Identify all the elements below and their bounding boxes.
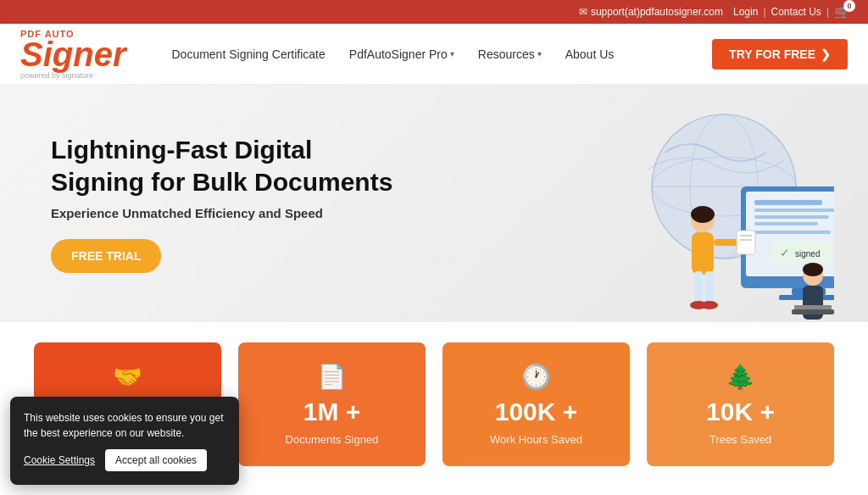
logo-area: PDF AUTO Signer powered by signature — [20, 29, 125, 80]
top-bar: ✉ support(at)pdfautosigner.com Login | C… — [0, 0, 868, 24]
svg-rect-31 — [794, 305, 832, 309]
svg-rect-10 — [754, 222, 818, 225]
chevron-down-icon-2: ▾ — [537, 49, 542, 58]
chevron-down-icon: ▾ — [450, 49, 454, 58]
svg-point-26 — [701, 301, 718, 309]
svg-rect-8 — [754, 209, 834, 212]
svg-text:✓: ✓ — [780, 246, 790, 259]
free-trial-button[interactable]: FREE TRIAL — [51, 239, 161, 273]
svg-rect-30 — [792, 309, 834, 314]
nav-link-about-us[interactable]: About Us — [554, 41, 626, 68]
hero-illustration: ✓ signed — [478, 102, 834, 322]
svg-point-27 — [691, 206, 715, 223]
svg-rect-20 — [705, 271, 714, 305]
stat-card-trees: 🌲 10K + Trees Saved — [647, 342, 834, 466]
logo-signer-text: Signer — [20, 39, 125, 70]
svg-rect-9 — [754, 215, 829, 219]
svg-rect-22 — [737, 231, 755, 254]
cookie-actions: Cookie Settings Accept all cookies — [24, 449, 225, 471]
svg-rect-7 — [754, 200, 822, 205]
accept-all-cookies-button[interactable]: Accept all cookies — [105, 449, 207, 471]
svg-rect-11 — [754, 231, 831, 234]
cookie-settings-link[interactable]: Cookie Settings — [24, 454, 95, 466]
stat-label-documents: Documents Signed — [286, 433, 379, 446]
try-for-free-button[interactable]: TRY FOR FREE ❯ — [712, 39, 848, 70]
hero-title: Lightning-Fast Digital Signing for Bulk … — [51, 134, 407, 197]
stat-card-hours: 🕐 100K + Work Hours Saved — [442, 342, 630, 466]
email-icon: ✉ — [579, 6, 587, 18]
svg-rect-18 — [692, 232, 714, 275]
svg-rect-19 — [694, 271, 703, 305]
contact-link[interactable]: Contact Us — [771, 6, 821, 18]
stat-label-trees: Trees Saved — [709, 433, 771, 446]
svg-rect-21 — [714, 239, 739, 246]
hero-section: Lightning-Fast Digital Signing for Bulk … — [0, 85, 868, 322]
nav-links: Document Signing Certificate PdfAutoSign… — [159, 41, 712, 68]
stat-card-documents: 📄 1M + Documents Signed — [238, 342, 426, 466]
tree-icon: 🌲 — [726, 363, 755, 391]
svg-text:signed: signed — [795, 249, 820, 259]
nav-link-pdfautosigner-pro[interactable]: PdfAutoSigner Pro ▾ — [337, 41, 466, 68]
hero-subtitle: Experience Unmatched Efficiency and Spee… — [51, 206, 407, 220]
navbar: PDF AUTO Signer powered by signature Doc… — [0, 24, 868, 85]
stat-number-documents: 1M + — [303, 398, 361, 426]
document-icon: 📄 — [317, 363, 347, 391]
top-bar-links: Login | Contact Us | 🛒 0 — [733, 4, 851, 20]
handshake-icon: 🤝 — [113, 363, 142, 391]
cookie-message: This website uses cookies to ensure you … — [24, 410, 225, 441]
clock-icon: 🕐 — [521, 363, 551, 391]
login-link[interactable]: Login — [733, 6, 758, 18]
hero-content: Lightning-Fast Digital Signing for Bulk … — [51, 134, 407, 273]
stat-label-hours: Work Hours Saved — [490, 433, 582, 446]
arrow-icon: ❯ — [821, 47, 831, 61]
cookie-banner: This website uses cookies to ensure you … — [10, 397, 239, 485]
svg-point-32 — [803, 263, 823, 276]
cart-badge: 0 — [843, 0, 855, 12]
logo[interactable]: PDF AUTO Signer powered by signature — [20, 29, 125, 80]
stat-number-trees: 10K + — [706, 398, 775, 426]
logo-powered: powered by signature — [20, 71, 93, 80]
stat-number-hours: 100K + — [495, 398, 578, 426]
nav-link-document-signing[interactable]: Document Signing Certificate — [159, 41, 337, 68]
top-bar-email: ✉ support(at)pdfautosigner.com — [579, 6, 723, 18]
nav-link-resources[interactable]: Resources ▾ — [466, 41, 554, 68]
cart-icon-wrap[interactable]: 🛒 0 — [834, 4, 851, 20]
